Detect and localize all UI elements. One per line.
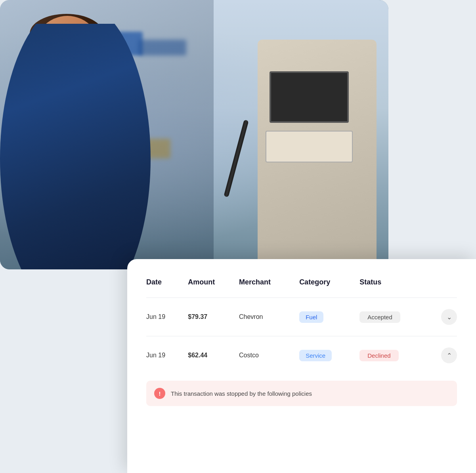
col-header-merchant: Merchant <box>239 278 299 298</box>
row1-status: Accepted <box>359 298 429 336</box>
alert-message: This transaction was stopped by the foll… <box>171 390 312 397</box>
chevron-up-icon: ⌃ <box>447 352 452 359</box>
gas-pump <box>258 40 377 269</box>
row2-action: ⌃ <box>429 336 457 375</box>
row2-amount: $62.44 <box>188 336 239 375</box>
transaction-card: Date Amount Merchant Category Status Jun… <box>127 259 476 473</box>
person-silhouette <box>0 0 214 269</box>
pump-hose <box>224 120 249 197</box>
category-badge-fuel: Fuel <box>299 311 323 323</box>
col-header-action <box>429 278 457 298</box>
col-header-amount: Amount <box>188 278 239 298</box>
row2-category: Service <box>299 336 359 375</box>
row2-date: Jun 19 <box>146 336 188 375</box>
row1-amount: $79.37 <box>188 298 239 336</box>
transaction-table: Date Amount Merchant Category Status Jun… <box>146 278 457 374</box>
row2-merchant: Costco <box>239 336 299 375</box>
alert-icon: ! <box>154 388 165 399</box>
table-row: Jun 19 $79.37 Chevron Fuel Accepted ⌄ <box>146 298 457 336</box>
hero-image <box>0 0 388 269</box>
row2-status: Declined <box>359 336 429 375</box>
category-badge-service: Service <box>299 350 332 361</box>
col-header-status: Status <box>359 278 429 298</box>
person-jacket <box>0 24 151 269</box>
chevron-down-icon: ⌄ <box>447 313 452 321</box>
col-header-date: Date <box>146 278 188 298</box>
row2-collapse-button[interactable]: ⌃ <box>441 347 457 363</box>
row1-expand-button[interactable]: ⌄ <box>441 309 457 325</box>
status-badge-declined: Declined <box>359 350 398 361</box>
status-badge-accepted: Accepted <box>359 311 400 323</box>
table-row: Jun 19 $62.44 Costco Service Declined ⌃ <box>146 336 457 375</box>
pump-display <box>266 131 353 162</box>
row1-category: Fuel <box>299 298 359 336</box>
col-header-category: Category <box>299 278 359 298</box>
row1-action: ⌄ <box>429 298 457 336</box>
declined-alert: ! This transaction was stopped by the fo… <box>146 381 457 406</box>
row1-date: Jun 19 <box>146 298 188 336</box>
pump-screen <box>270 71 349 123</box>
row1-merchant: Chevron <box>239 298 299 336</box>
